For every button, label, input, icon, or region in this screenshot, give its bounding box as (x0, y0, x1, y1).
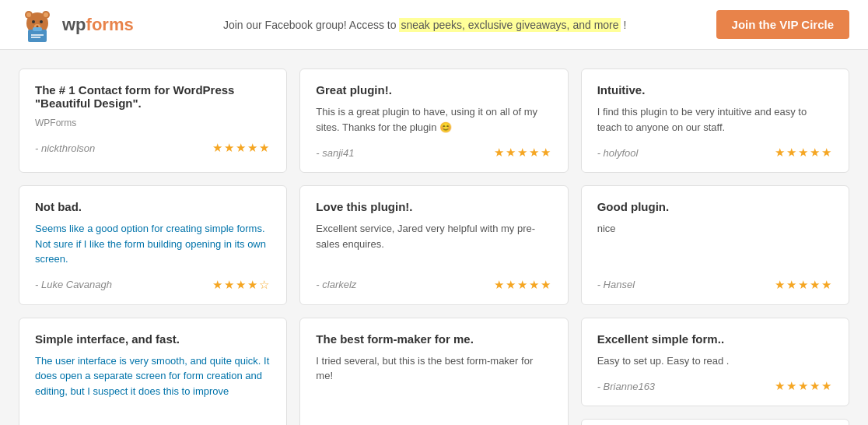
stars-9: ★★★★★ (775, 379, 833, 393)
stars-6: ★★★★★ (775, 278, 833, 292)
review-body-2: This is a great plugin to have, using it… (316, 104, 551, 135)
banner-text-after: ! (623, 19, 626, 31)
review-footer-2: - sanji41 ★★★★★ (316, 146, 551, 160)
review-footer-5: - clarkelz ★★★★★ (316, 278, 551, 292)
review-card-6: Good plugin. nice - Hansel ★★★★★ (581, 185, 849, 305)
review-card-7: Simple interface, and fast. The user int… (19, 318, 287, 426)
svg-point-5 (32, 20, 35, 23)
svg-point-6 (40, 20, 43, 23)
main-content: The # 1 Contact form for WordPress "Beau… (0, 50, 868, 425)
reviewer-name-9: - Brianne163 (597, 381, 655, 392)
reviewer-name-2: - sanji41 (316, 147, 354, 159)
logo-text: wpforms (62, 15, 134, 35)
review-title-4: Not bad. (35, 200, 271, 213)
review-body-5: Excellent service, Jared very helpful wi… (316, 221, 551, 267)
review-body-4: Seems like a good option for creating si… (35, 221, 271, 267)
stars-5: ★★★★★ (494, 278, 552, 292)
svg-rect-9 (28, 30, 47, 42)
reviewer-name-4: - Luke Cavanagh (35, 279, 112, 290)
review-title-7: Simple interface, and fast. (35, 332, 271, 346)
logo-area: wpforms (19, 6, 134, 44)
reviewer-name-3: - holyfool (597, 147, 639, 159)
review-card-1: The # 1 Contact form for WordPress "Beau… (19, 68, 287, 173)
review-source-1: WPForms (35, 118, 271, 128)
review-body-7: The user interface is very smooth, and q… (35, 353, 271, 426)
svg-point-4 (44, 12, 48, 17)
wpforms-logo-icon (19, 6, 56, 44)
banner-highlight: sneak peeks, exclusive giveaways, and mo… (399, 18, 620, 32)
header: wpforms Join our Facebook group! Access … (0, 0, 868, 50)
review-card-5: Love this plugin!. Excellent service, Ja… (299, 185, 568, 305)
review-footer-4: - Luke Cavanagh ★★★★☆ (35, 278, 271, 292)
review-card-10: Excellent!. (581, 419, 849, 425)
review-card-2: Great plugin!. This is a great plugin to… (299, 68, 568, 173)
review-footer-6: - Hansel ★★★★★ (597, 278, 833, 292)
svg-point-3 (26, 12, 31, 17)
review-body-3: I find this plugin to be very intuitive … (597, 104, 833, 135)
vip-circle-button[interactable]: Join the VIP Circle (716, 10, 849, 39)
reviews-grid: The # 1 Contact form for WordPress "Beau… (19, 68, 849, 425)
review-title-9: Excellent simple form.. (597, 332, 833, 346)
review-card-4: Not bad. Seems like a good option for cr… (19, 185, 287, 305)
review-title-3: Intuitive. (597, 83, 833, 97)
review-card-9: Excellent simple form.. Easy to set up. … (581, 318, 849, 407)
stars-3: ★★★★★ (775, 146, 833, 160)
review-footer-9: - Brianne163 ★★★★★ (597, 379, 833, 393)
reviewer-name-6: - Hansel (597, 279, 635, 290)
stars-2: ★★★★★ (494, 146, 552, 160)
stars-1: ★★★★★ (212, 141, 271, 155)
review-title-1: The # 1 Contact form for WordPress "Beau… (35, 83, 271, 110)
review-body-6: nice (597, 221, 833, 267)
right-column: Excellent simple form.. Easy to set up. … (581, 318, 849, 426)
stars-4: ★★★★☆ (212, 278, 271, 292)
reviewer-name-1: - nickthrolson (35, 142, 95, 154)
review-body-8: I tried several, but this is the best fo… (316, 353, 551, 426)
review-title-6: Good plugin. (597, 200, 833, 213)
banner-text-before: Join our Facebook group! Access to (223, 19, 399, 31)
review-footer-3: - holyfool ★★★★★ (597, 146, 833, 160)
reviewer-name-5: - clarkelz (316, 279, 356, 290)
review-body-9: Easy to set up. Easy to read . (597, 353, 833, 369)
review-title-2: Great plugin!. (316, 83, 551, 97)
review-title-8: The best form-maker for me. (316, 332, 551, 346)
review-card-8: The best form-maker for me. I tried seve… (299, 318, 568, 426)
review-card-3: Intuitive. I find this plugin to be very… (581, 68, 849, 173)
review-footer-1: - nickthrolson ★★★★★ (35, 141, 271, 155)
header-banner: Join our Facebook group! Access to sneak… (134, 19, 716, 31)
review-title-5: Love this plugin!. (316, 200, 551, 213)
svg-rect-10 (33, 27, 42, 31)
